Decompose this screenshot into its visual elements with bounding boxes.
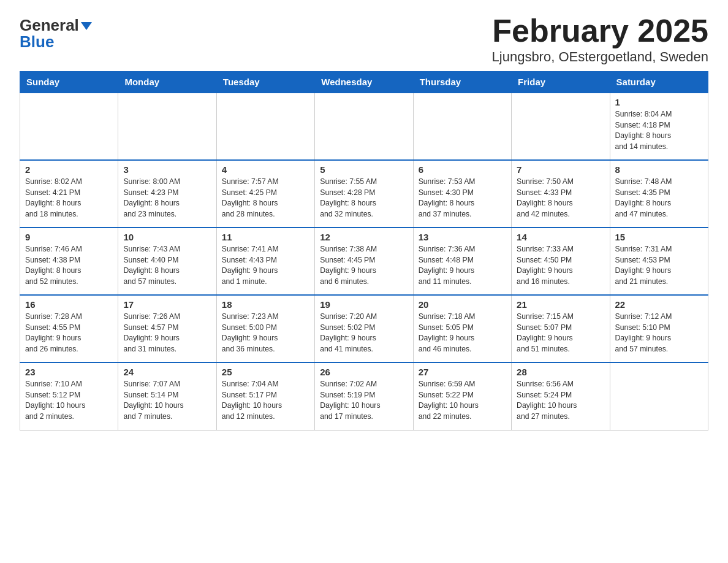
logo-triangle-icon <box>81 22 92 30</box>
calendar-cell <box>315 93 413 160</box>
day-number: 12 <box>320 232 408 242</box>
calendar-cell: 24Sunrise: 7:07 AM Sunset: 5:14 PM Dayli… <box>118 362 216 430</box>
calendar-cell: 21Sunrise: 7:15 AM Sunset: 5:07 PM Dayli… <box>512 295 610 362</box>
calendar-cell: 22Sunrise: 7:12 AM Sunset: 5:10 PM Dayli… <box>610 295 708 362</box>
calendar-table: SundayMondayTuesdayWednesdayThursdayFrid… <box>20 71 708 431</box>
calendar-cell: 26Sunrise: 7:02 AM Sunset: 5:19 PM Dayli… <box>315 362 413 430</box>
day-info: Sunrise: 8:04 AM Sunset: 4:18 PM Dayligh… <box>615 109 703 153</box>
day-info: Sunrise: 7:18 AM Sunset: 5:05 PM Dayligh… <box>419 312 506 355</box>
day-info: Sunrise: 7:10 AM Sunset: 5:12 PM Dayligh… <box>25 379 113 423</box>
day-number: 13 <box>419 232 506 242</box>
calendar-cell: 18Sunrise: 7:23 AM Sunset: 5:00 PM Dayli… <box>216 295 314 362</box>
day-info: Sunrise: 8:02 AM Sunset: 4:21 PM Dayligh… <box>25 177 113 220</box>
day-number: 21 <box>517 299 604 310</box>
day-number: 16 <box>25 299 113 310</box>
day-number: 2 <box>25 164 113 175</box>
day-info: Sunrise: 7:46 AM Sunset: 4:38 PM Dayligh… <box>25 244 113 288</box>
calendar-cell <box>413 93 511 160</box>
day-info: Sunrise: 7:04 AM Sunset: 5:17 PM Dayligh… <box>222 379 309 423</box>
day-info: Sunrise: 7:02 AM Sunset: 5:19 PM Dayligh… <box>320 379 408 423</box>
weekday-header-saturday: Saturday <box>610 72 708 93</box>
day-info: Sunrise: 7:07 AM Sunset: 5:14 PM Dayligh… <box>123 379 211 423</box>
calendar-cell: 27Sunrise: 6:59 AM Sunset: 5:22 PM Dayli… <box>413 362 511 430</box>
day-info: Sunrise: 7:33 AM Sunset: 4:50 PM Dayligh… <box>517 244 604 288</box>
day-number: 24 <box>123 367 211 377</box>
location-subtitle: Ljungsbro, OEstergoetland, Sweden <box>492 49 708 65</box>
calendar-cell: 25Sunrise: 7:04 AM Sunset: 5:17 PM Dayli… <box>216 362 314 430</box>
day-info: Sunrise: 8:00 AM Sunset: 4:23 PM Dayligh… <box>123 177 211 220</box>
calendar-cell: 23Sunrise: 7:10 AM Sunset: 5:12 PM Dayli… <box>20 362 118 430</box>
calendar-cell: 9Sunrise: 7:46 AM Sunset: 4:38 PM Daylig… <box>20 228 118 295</box>
day-number: 5 <box>320 164 408 175</box>
day-info: Sunrise: 7:28 AM Sunset: 4:55 PM Dayligh… <box>25 312 113 355</box>
calendar-cell: 16Sunrise: 7:28 AM Sunset: 4:55 PM Dayli… <box>20 295 118 362</box>
day-info: Sunrise: 7:26 AM Sunset: 4:57 PM Dayligh… <box>123 312 211 355</box>
calendar-cell: 4Sunrise: 7:57 AM Sunset: 4:25 PM Daylig… <box>216 160 314 228</box>
calendar-cell: 20Sunrise: 7:18 AM Sunset: 5:05 PM Dayli… <box>413 295 511 362</box>
weekday-header-wednesday: Wednesday <box>315 72 413 93</box>
day-number: 10 <box>123 232 211 242</box>
day-number: 23 <box>25 367 113 377</box>
day-info: Sunrise: 7:43 AM Sunset: 4:40 PM Dayligh… <box>123 244 211 288</box>
week-row-1: 2Sunrise: 8:02 AM Sunset: 4:21 PM Daylig… <box>20 160 708 228</box>
day-info: Sunrise: 7:53 AM Sunset: 4:30 PM Dayligh… <box>419 177 506 220</box>
day-info: Sunrise: 7:41 AM Sunset: 4:43 PM Dayligh… <box>222 244 309 288</box>
day-number: 9 <box>25 232 113 242</box>
day-number: 25 <box>222 367 309 377</box>
calendar-cell <box>118 93 216 160</box>
page-header: General Blue February 2025 Ljungsbro, OE… <box>20 15 708 65</box>
calendar-cell: 8Sunrise: 7:48 AM Sunset: 4:35 PM Daylig… <box>610 160 708 228</box>
calendar-cell <box>216 93 314 160</box>
week-row-3: 16Sunrise: 7:28 AM Sunset: 4:55 PM Dayli… <box>20 295 708 362</box>
calendar-cell: 6Sunrise: 7:53 AM Sunset: 4:30 PM Daylig… <box>413 160 511 228</box>
day-number: 1 <box>615 97 703 107</box>
week-row-0: 1Sunrise: 8:04 AM Sunset: 4:18 PM Daylig… <box>20 93 708 160</box>
calendar-cell <box>610 362 708 430</box>
day-number: 15 <box>615 232 703 242</box>
day-info: Sunrise: 7:50 AM Sunset: 4:33 PM Dayligh… <box>517 177 604 220</box>
day-info: Sunrise: 7:48 AM Sunset: 4:35 PM Dayligh… <box>615 177 703 220</box>
day-info: Sunrise: 7:57 AM Sunset: 4:25 PM Dayligh… <box>222 177 309 220</box>
calendar-cell: 5Sunrise: 7:55 AM Sunset: 4:28 PM Daylig… <box>315 160 413 228</box>
calendar-cell <box>512 93 610 160</box>
day-info: Sunrise: 7:23 AM Sunset: 5:00 PM Dayligh… <box>222 312 309 355</box>
day-number: 17 <box>123 299 211 310</box>
day-number: 20 <box>419 299 506 310</box>
week-row-4: 23Sunrise: 7:10 AM Sunset: 5:12 PM Dayli… <box>20 362 708 430</box>
day-number: 6 <box>419 164 506 175</box>
calendar-cell: 1Sunrise: 8:04 AM Sunset: 4:18 PM Daylig… <box>610 93 708 160</box>
day-number: 22 <box>615 299 703 310</box>
weekday-header-row: SundayMondayTuesdayWednesdayThursdayFrid… <box>20 72 708 93</box>
weekday-header-monday: Monday <box>118 72 216 93</box>
calendar-cell: 13Sunrise: 7:36 AM Sunset: 4:48 PM Dayli… <box>413 228 511 295</box>
day-info: Sunrise: 7:12 AM Sunset: 5:10 PM Dayligh… <box>615 312 703 355</box>
day-number: 26 <box>320 367 408 377</box>
calendar-cell: 11Sunrise: 7:41 AM Sunset: 4:43 PM Dayli… <box>216 228 314 295</box>
calendar-cell: 7Sunrise: 7:50 AM Sunset: 4:33 PM Daylig… <box>512 160 610 228</box>
day-number: 18 <box>222 299 309 310</box>
weekday-header-sunday: Sunday <box>20 72 118 93</box>
day-info: Sunrise: 7:36 AM Sunset: 4:48 PM Dayligh… <box>419 244 506 288</box>
calendar-cell: 3Sunrise: 8:00 AM Sunset: 4:23 PM Daylig… <box>118 160 216 228</box>
day-info: Sunrise: 7:38 AM Sunset: 4:45 PM Dayligh… <box>320 244 408 288</box>
logo-general: General <box>20 17 79 33</box>
calendar-cell: 28Sunrise: 6:56 AM Sunset: 5:24 PM Dayli… <box>512 362 610 430</box>
title-block: February 2025 Ljungsbro, OEstergoetland,… <box>492 15 708 65</box>
day-number: 19 <box>320 299 408 310</box>
weekday-header-friday: Friday <box>512 72 610 93</box>
calendar-cell: 12Sunrise: 7:38 AM Sunset: 4:45 PM Dayli… <box>315 228 413 295</box>
logo: General Blue <box>20 17 92 51</box>
day-number: 28 <box>517 367 604 377</box>
calendar-cell: 19Sunrise: 7:20 AM Sunset: 5:02 PM Dayli… <box>315 295 413 362</box>
day-info: Sunrise: 7:15 AM Sunset: 5:07 PM Dayligh… <box>517 312 604 355</box>
day-number: 8 <box>615 164 703 175</box>
week-row-2: 9Sunrise: 7:46 AM Sunset: 4:38 PM Daylig… <box>20 228 708 295</box>
day-info: Sunrise: 7:20 AM Sunset: 5:02 PM Dayligh… <box>320 312 408 355</box>
day-info: Sunrise: 7:55 AM Sunset: 4:28 PM Dayligh… <box>320 177 408 220</box>
day-number: 3 <box>123 164 211 175</box>
calendar-cell: 10Sunrise: 7:43 AM Sunset: 4:40 PM Dayli… <box>118 228 216 295</box>
day-number: 27 <box>419 367 506 377</box>
weekday-header-tuesday: Tuesday <box>216 72 314 93</box>
calendar-cell <box>20 93 118 160</box>
day-number: 11 <box>222 232 309 242</box>
